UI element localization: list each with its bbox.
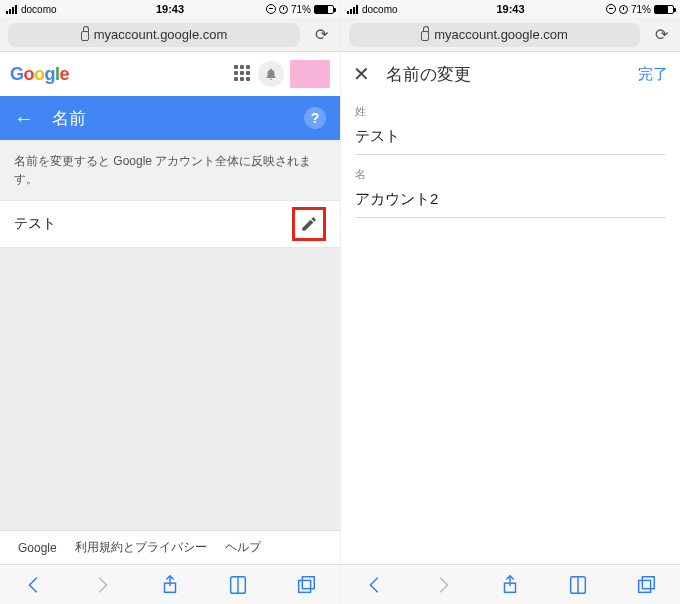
battery-pct: 71% bbox=[631, 4, 651, 15]
avatar[interactable] bbox=[290, 60, 330, 88]
tabs-button[interactable] bbox=[295, 574, 317, 596]
description-text: 名前を変更すると Google アカウント全体に反映されます。 bbox=[0, 140, 340, 200]
carrier-label: docomo bbox=[362, 4, 398, 15]
safari-url-bar: myaccount.google.com ⟳ bbox=[341, 18, 680, 52]
safari-url-bar: myaccount.google.com ⟳ bbox=[0, 18, 340, 52]
last-name-field-group: 姓 テスト bbox=[341, 96, 680, 159]
back-arrow-icon[interactable]: ← bbox=[14, 107, 34, 130]
ios-status-bar: docomo 19:43 71% bbox=[0, 0, 340, 18]
footer-links: Google 利用規約とプライバシー ヘルプ bbox=[0, 530, 340, 564]
carrier-label: docomo bbox=[21, 4, 57, 15]
signal-icon bbox=[347, 5, 358, 14]
clock-label: 19:43 bbox=[496, 3, 524, 15]
footer-help[interactable]: ヘルプ bbox=[225, 539, 261, 556]
url-text: myaccount.google.com bbox=[434, 27, 568, 42]
help-icon[interactable]: ? bbox=[304, 107, 326, 129]
clock-label: 19:43 bbox=[156, 3, 184, 15]
close-icon[interactable]: ✕ bbox=[353, 62, 370, 86]
empty-area bbox=[341, 222, 680, 564]
safari-toolbar bbox=[341, 564, 680, 604]
last-name-input[interactable]: テスト bbox=[355, 123, 666, 155]
name-value-row[interactable]: テスト bbox=[0, 200, 340, 248]
rotation-lock-icon bbox=[606, 4, 616, 14]
footer-google[interactable]: Google bbox=[18, 541, 57, 555]
svg-rect-2 bbox=[302, 576, 314, 588]
share-button[interactable] bbox=[159, 574, 181, 596]
phone-right: docomo 19:43 71% myaccount.google.com ⟳ … bbox=[340, 0, 680, 604]
bookmarks-button[interactable] bbox=[227, 574, 249, 596]
google-logo[interactable]: Google bbox=[10, 64, 69, 85]
battery-icon bbox=[314, 5, 334, 14]
lock-icon bbox=[81, 31, 89, 41]
nav-back-button[interactable] bbox=[23, 574, 45, 596]
pencil-icon bbox=[300, 215, 318, 233]
battery-icon bbox=[654, 5, 674, 14]
svg-rect-1 bbox=[299, 580, 311, 592]
tabs-button[interactable] bbox=[635, 574, 657, 596]
reload-button[interactable]: ⟳ bbox=[648, 22, 674, 48]
svg-rect-4 bbox=[639, 580, 651, 592]
nav-forward-button[interactable] bbox=[91, 574, 113, 596]
nav-back-button[interactable] bbox=[364, 574, 386, 596]
signal-icon bbox=[6, 5, 17, 14]
notifications-icon[interactable] bbox=[258, 61, 284, 87]
battery-pct: 71% bbox=[291, 4, 311, 15]
page-title: 名前 bbox=[52, 107, 304, 130]
first-name-input[interactable]: アカウント2 bbox=[355, 186, 666, 218]
url-text: myaccount.google.com bbox=[94, 27, 228, 42]
empty-area bbox=[0, 248, 340, 530]
edit-header: ✕ 名前の変更 完了 bbox=[341, 52, 680, 96]
first-name-field-group: 名 アカウント2 bbox=[341, 159, 680, 222]
share-button[interactable] bbox=[499, 574, 521, 596]
bookmarks-button[interactable] bbox=[567, 574, 589, 596]
url-display[interactable]: myaccount.google.com bbox=[8, 23, 300, 47]
name-value: テスト bbox=[14, 215, 292, 233]
google-header: Google bbox=[0, 52, 340, 96]
done-button[interactable]: 完了 bbox=[638, 65, 668, 84]
url-display[interactable]: myaccount.google.com bbox=[349, 23, 640, 47]
edit-button-highlight[interactable] bbox=[292, 207, 326, 241]
phone-left: docomo 19:43 71% myaccount.google.com ⟳ … bbox=[0, 0, 340, 604]
first-name-label: 名 bbox=[355, 167, 666, 182]
rotation-lock-icon bbox=[266, 4, 276, 14]
footer-privacy[interactable]: 利用規約とプライバシー bbox=[75, 539, 207, 556]
nav-forward-button[interactable] bbox=[432, 574, 454, 596]
ios-status-bar: docomo 19:43 71% bbox=[341, 0, 680, 18]
last-name-label: 姓 bbox=[355, 104, 666, 119]
svg-rect-5 bbox=[642, 576, 654, 588]
page-title-bar: ← 名前 ? bbox=[0, 96, 340, 140]
safari-toolbar bbox=[0, 564, 340, 604]
alarm-icon bbox=[279, 5, 288, 14]
lock-icon bbox=[421, 31, 429, 41]
edit-title: 名前の変更 bbox=[386, 63, 638, 86]
reload-button[interactable]: ⟳ bbox=[308, 22, 334, 48]
apps-icon[interactable] bbox=[234, 65, 252, 83]
alarm-icon bbox=[619, 5, 628, 14]
